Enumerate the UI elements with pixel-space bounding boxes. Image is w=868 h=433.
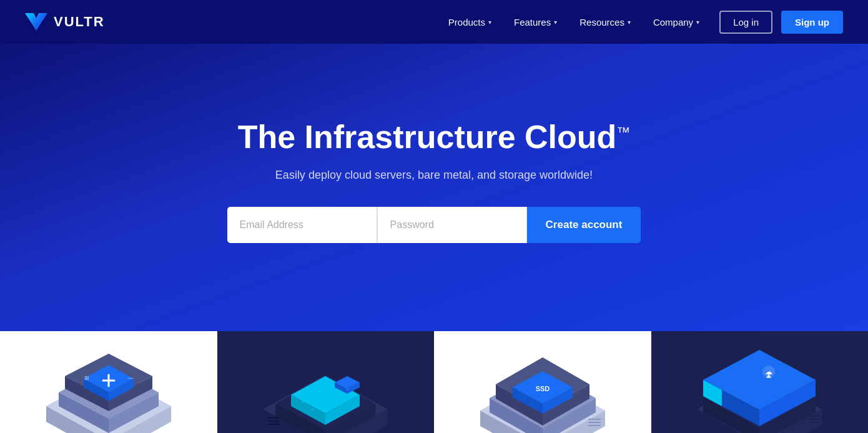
email-input[interactable] <box>227 207 377 243</box>
nav-item-login: Log in <box>713 11 772 34</box>
hero-section: The Infrastructure Cloud™ Easily deploy … <box>0 44 868 331</box>
svg-text:—: — <box>127 375 133 381</box>
card-4-illustration: ☁ <box>651 331 869 433</box>
create-account-button[interactable]: Create account <box>527 207 641 243</box>
nav-links: Products ▾ Features ▾ Resources ▾ Compan… <box>440 11 843 34</box>
brand-name: VULTR <box>54 14 105 30</box>
card-object-storage: ☁ <box>651 331 869 433</box>
chevron-down-icon: ▾ <box>628 19 631 26</box>
nav-item-features: Features ▾ <box>505 12 566 32</box>
card-1-illustration: ⊞ — <box>0 331 217 433</box>
ssd-storage-svg: SSD <box>455 344 630 433</box>
nav-link-company[interactable]: Company ▾ <box>644 12 708 32</box>
card-2-illustration <box>217 331 435 433</box>
svg-rect-48 <box>588 419 601 420</box>
svg-rect-65 <box>809 419 821 420</box>
svg-rect-49 <box>588 422 601 423</box>
hero-subtitle: Easily deploy cloud servers, bare metal,… <box>275 169 593 182</box>
svg-rect-50 <box>588 425 601 426</box>
svg-rect-34 <box>268 424 279 425</box>
logo-link[interactable]: VULTR <box>25 13 105 31</box>
nav-link-products[interactable]: Products ▾ <box>440 12 500 32</box>
nav-item-resources: Resources ▾ <box>571 12 639 32</box>
card-ssd-storage: SSD <box>434 331 651 433</box>
nav-item-company: Company ▾ <box>644 12 708 32</box>
login-button[interactable]: Log in <box>719 11 772 34</box>
svg-point-29 <box>302 399 305 403</box>
password-input[interactable] <box>377 207 527 243</box>
svg-point-31 <box>312 408 315 411</box>
svg-text:⊞: ⊞ <box>84 375 89 381</box>
signup-button[interactable]: Sign up <box>781 11 843 34</box>
hero-title: The Infrastructure Cloud™ <box>238 119 631 155</box>
nav-item-signup: Sign up <box>777 11 843 34</box>
nav-link-features[interactable]: Features ▾ <box>505 12 566 32</box>
svg-rect-64 <box>809 416 821 417</box>
product-cards: ⊞ — <box>0 331 868 433</box>
svg-rect-33 <box>268 421 279 422</box>
nav-item-products: Products ▾ <box>440 12 500 32</box>
svg-point-30 <box>345 387 349 391</box>
svg-rect-32 <box>268 417 279 419</box>
object-storage-svg: ☁ <box>672 344 847 433</box>
chevron-down-icon: ▾ <box>696 19 699 26</box>
vultr-logo-icon <box>25 13 47 31</box>
svg-marker-0 <box>25 13 47 31</box>
signup-form: Create account <box>227 207 641 243</box>
svg-text:SSD: SSD <box>535 385 550 392</box>
svg-rect-66 <box>809 422 821 423</box>
navbar: VULTR Products ▾ Features ▾ Resources ▾ … <box>0 0 868 44</box>
card-bare-metal <box>217 331 435 433</box>
cloud-compute-svg: ⊞ — <box>21 344 196 433</box>
card-3-illustration: SSD <box>434 331 651 433</box>
bare-metal-svg <box>238 344 413 433</box>
card-cloud-compute: ⊞ — <box>0 331 217 433</box>
nav-link-resources[interactable]: Resources ▾ <box>571 12 639 32</box>
chevron-down-icon: ▾ <box>488 19 491 26</box>
chevron-down-icon: ▾ <box>554 19 557 26</box>
